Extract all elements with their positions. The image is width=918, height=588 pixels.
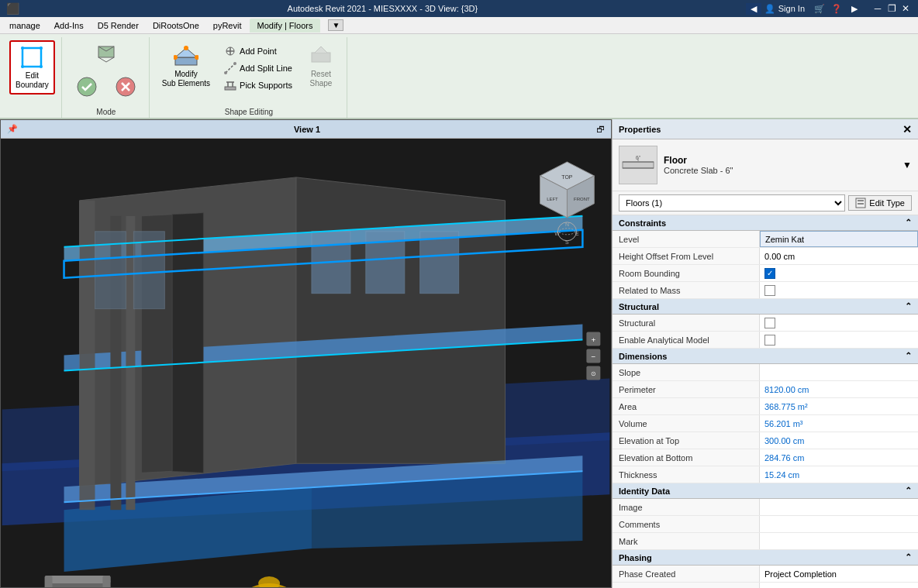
dimensions-collapse-icon: ⌃ bbox=[905, 351, 912, 361]
comments-label: Comments bbox=[613, 516, 760, 532]
svg-rect-93 bbox=[858, 203, 864, 205]
menu-pyrevit[interactable]: pyRevit bbox=[207, 19, 248, 32]
level-value[interactable]: Zemin Kat bbox=[760, 231, 918, 247]
perimeter-label: Perimeter bbox=[613, 381, 760, 397]
menu-manage[interactable]: manage bbox=[3, 19, 47, 32]
prop-mark: Mark bbox=[613, 533, 918, 550]
enable-analytical-value[interactable] bbox=[760, 332, 918, 348]
svg-text:−: − bbox=[591, 352, 595, 361]
app-title: Autodesk Revit 2021 - MIESXXXX - 3D View… bbox=[19, 4, 746, 13]
element-type-section: 6" Floor Concrete Slab - 6" ▼ bbox=[613, 139, 918, 191]
prop-elevation-bottom: Elevation at Bottom 284.76 cm bbox=[613, 449, 918, 466]
svg-marker-38 bbox=[296, 177, 506, 463]
svg-point-5 bbox=[21, 46, 24, 50]
element-type-dropdown-btn[interactable]: ▼ bbox=[901, 158, 912, 172]
edit-type-button[interactable]: Edit Type bbox=[848, 195, 912, 211]
height-offset-value[interactable]: 0.00 cm bbox=[760, 248, 918, 264]
svg-rect-44 bbox=[80, 201, 95, 510]
phasing-collapse-icon: ⌃ bbox=[905, 552, 912, 562]
add-split-line-button[interactable]: Add Split Line bbox=[221, 60, 295, 76]
elevation-bottom-label: Elevation at Bottom bbox=[613, 449, 760, 466]
mode-icon bbox=[94, 42, 119, 67]
reset-shape-button[interactable]: ResetShape bbox=[302, 40, 340, 91]
prop-volume: Volume 56.201 m³ bbox=[613, 415, 918, 432]
titlebar: ⬛ Autodesk Revit 2021 - MIESXXXX - 3D Vi… bbox=[0, 0, 918, 17]
properties-header: Properties ✕ bbox=[613, 119, 918, 139]
svg-point-20 bbox=[184, 46, 188, 50]
prop-comments: Comments bbox=[613, 516, 918, 533]
svg-rect-86 bbox=[623, 162, 654, 168]
modify-sub-elements-button[interactable]: ModifySub Elements bbox=[157, 40, 215, 91]
dimensions-label: Dimensions bbox=[619, 352, 667, 361]
svg-text:⊙: ⊙ bbox=[591, 370, 596, 377]
prop-image: Image bbox=[613, 499, 918, 516]
slope-value bbox=[760, 364, 918, 380]
area-label: Area bbox=[613, 398, 760, 414]
structural-field-label: Structural bbox=[613, 315, 760, 331]
elevation-top-value: 300.00 cm bbox=[760, 432, 918, 449]
mark-value[interactable] bbox=[760, 533, 918, 549]
menu-modify-floors[interactable]: Modify | Floors bbox=[250, 19, 321, 33]
properties-close-btn[interactable]: ✕ bbox=[902, 123, 912, 136]
element-category: Floor bbox=[664, 155, 895, 166]
prop-area: Area 368.775 m² bbox=[613, 398, 918, 415]
constraints-label: Constraints bbox=[619, 218, 666, 228]
edit-boundary-label: EditBoundary bbox=[16, 71, 49, 90]
viewport-content[interactable]: TOP LEFT FRONT N E S W + bbox=[1, 139, 611, 587]
room-bounding-checkbox[interactable]: ✓ bbox=[764, 268, 775, 279]
add-point-label: Add Point bbox=[240, 46, 277, 56]
enable-analytical-checkbox[interactable] bbox=[764, 335, 775, 346]
menu-diroots[interactable]: DiRootsOne bbox=[147, 19, 205, 32]
prop-thickness: Thickness 15.24 cm bbox=[613, 466, 918, 483]
edit-boundary-icon bbox=[19, 45, 44, 70]
svg-point-6 bbox=[40, 46, 43, 50]
quick-access-btn[interactable]: ▼ bbox=[328, 19, 343, 31]
element-info: Floor Concrete Slab - 6" bbox=[664, 155, 895, 175]
ribbon: EditBoundary bbox=[0, 34, 918, 119]
viewport-pin-icon[interactable]: 📌 bbox=[7, 124, 18, 134]
section-identity-data[interactable]: Identity Data ⌃ bbox=[613, 483, 918, 499]
image-value[interactable] bbox=[760, 499, 918, 515]
pick-supports-button[interactable]: Pick Supports bbox=[221, 77, 295, 93]
menu-d5render[interactable]: D5 Render bbox=[91, 19, 145, 32]
section-dimensions[interactable]: Dimensions ⌃ bbox=[613, 349, 918, 364]
enable-analytical-label: Enable Analytical Model bbox=[613, 332, 760, 348]
properties-panel: Properties ✕ 6" Floor Concrete Slab - 6"… bbox=[612, 119, 918, 588]
svg-text:LEFT: LEFT bbox=[547, 197, 558, 201]
restore-btn[interactable]: ❐ bbox=[885, 2, 898, 15]
section-structural[interactable]: Structural ⌃ bbox=[613, 299, 918, 315]
close-btn[interactable]: ✕ bbox=[899, 2, 912, 15]
add-split-line-label: Add Split Line bbox=[240, 64, 292, 73]
menu-addins[interactable]: Add-Ins bbox=[48, 19, 90, 32]
structural-field-value[interactable] bbox=[760, 315, 918, 331]
volume-label: Volume bbox=[613, 415, 760, 432]
section-constraints[interactable]: Constraints ⌃ bbox=[613, 215, 918, 231]
svg-text:S: S bbox=[565, 239, 569, 245]
viewport-maximize-icon[interactable]: 🗗 bbox=[596, 125, 605, 134]
svg-rect-92 bbox=[858, 200, 864, 201]
edit-boundary-button[interactable]: EditBoundary bbox=[9, 40, 55, 95]
minimize-btn[interactable]: ─ bbox=[871, 2, 884, 15]
related-to-mass-value[interactable] bbox=[760, 282, 918, 298]
comments-value[interactable] bbox=[760, 516, 918, 532]
prop-related-to-mass: Related to Mass bbox=[613, 282, 918, 299]
window-controls[interactable]: ◀ 👤 Sign In 🛒 ❓ ▶ ─ ❐ ✕ bbox=[746, 2, 912, 15]
add-point-icon bbox=[224, 45, 236, 57]
add-point-button[interactable]: Add Point bbox=[221, 43, 295, 59]
section-phasing[interactable]: Phasing ⌃ bbox=[613, 550, 918, 566]
add-split-line-icon bbox=[224, 62, 236, 74]
svg-rect-0 bbox=[22, 48, 41, 67]
related-to-mass-checkbox[interactable] bbox=[764, 285, 775, 296]
cancel-mode-button[interactable] bbox=[109, 71, 143, 102]
prop-phase-demolished: Phase Demolished None bbox=[613, 583, 918, 588]
main-area: 📌 View 1 🗗 bbox=[0, 119, 918, 588]
sign-in-label[interactable]: Sign In bbox=[778, 4, 805, 13]
structural-checkbox[interactable] bbox=[764, 318, 775, 328]
room-bounding-value[interactable]: ✓ bbox=[760, 265, 918, 281]
finish-mode-button[interactable] bbox=[70, 71, 104, 102]
svg-rect-56 bbox=[49, 576, 111, 583]
thickness-label: Thickness bbox=[613, 466, 760, 483]
svg-text:FRONT: FRONT bbox=[574, 197, 590, 201]
instances-dropdown[interactable]: Floors (1) bbox=[619, 194, 845, 211]
edit-type-label: Edit Type bbox=[869, 198, 905, 208]
